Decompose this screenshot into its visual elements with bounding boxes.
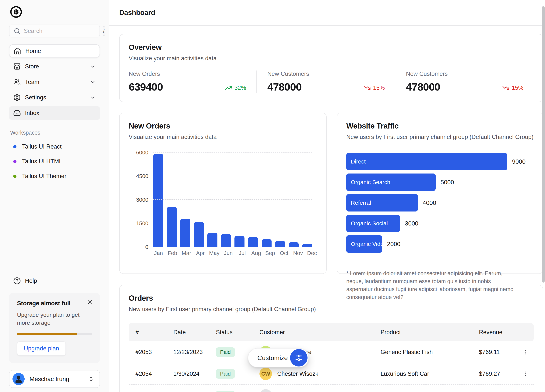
chart-plot-area	[153, 152, 312, 247]
traffic-bar-value: 3000	[405, 220, 418, 227]
trending-down-icon	[502, 84, 509, 91]
website-traffic-card: Website Traffic New users by First user …	[337, 113, 543, 274]
traffic-bar: Referral	[346, 194, 418, 211]
overview-subtitle: Visualize your main activities data	[129, 55, 534, 62]
storage-alert-description: Upgrade your plan to get more storage	[17, 311, 84, 327]
sidebar-nav: HomeStoreTeamSettingsInbox	[9, 44, 100, 120]
home-icon	[14, 47, 21, 55]
column-header-revenue: Revenue	[479, 329, 522, 336]
x-tick-label: Sep	[265, 250, 275, 256]
y-axis-labels: 01500300045006000	[129, 152, 148, 247]
y-tick-label: 0	[145, 244, 148, 250]
chart-bars	[153, 152, 312, 247]
traffic-bar-value: 4000	[423, 199, 436, 206]
order-id: #2054	[136, 370, 173, 377]
traffic-bar: Organic Search	[346, 174, 436, 191]
stat-new-customers: New Customers47800015%	[256, 71, 395, 93]
stat-delta: 32%	[225, 84, 246, 91]
stat-text: New Orders639400	[129, 71, 163, 93]
bar-sep	[262, 239, 272, 247]
page-header: Dashboard	[109, 0, 545, 26]
traffic-row-organic-search: Organic Search5000	[346, 174, 534, 191]
x-tick-label: Jan	[153, 250, 164, 256]
stat-delta-value: 15%	[373, 84, 385, 91]
traffic-bar-value: 9000	[512, 158, 526, 165]
customer-name: Chester Wisozk	[277, 370, 318, 377]
gridline	[153, 199, 312, 200]
customize-button[interactable]: Customize	[248, 348, 309, 368]
order-revenue: $769.27	[479, 370, 522, 377]
stat-delta-value: 32%	[235, 84, 246, 91]
store-icon	[13, 63, 21, 70]
dashboard-content: Overview Visualize your main activities …	[109, 26, 545, 392]
website-traffic-title: Website Traffic	[346, 122, 534, 130]
traffic-bar: Organic Social	[346, 215, 400, 232]
horizontal-bar-chart: Direct9000Organic Search5000Referral4000…	[346, 153, 534, 253]
new-orders-chart-card: New Orders Visualize your main activitie…	[119, 113, 327, 274]
order-revenue: $769.11	[479, 349, 522, 356]
traffic-bar-label: Organic Search	[351, 179, 390, 185]
help-label: Help	[25, 277, 37, 284]
x-tick-label: Jul	[237, 250, 248, 256]
overview-title: Overview	[129, 43, 534, 52]
sidebar-item-store[interactable]: Store	[9, 60, 100, 73]
stat-new-customers: New Customers47800015%	[395, 71, 534, 93]
stat-delta: 15%	[502, 84, 523, 91]
table-body: #205312/23/2023PaidCDCristina DareGeneri…	[129, 341, 534, 392]
upgrade-plan-button[interactable]: Upgrade plan	[17, 341, 66, 356]
sidebar-item-home[interactable]: Home	[9, 44, 100, 58]
gridline	[153, 223, 312, 223]
row-actions-menu-icon[interactable]	[522, 371, 538, 377]
sidebar: / HomeStoreTeamSettingsInbox Workspaces …	[0, 0, 109, 392]
workspace-item[interactable]: Tailus UI React	[9, 139, 100, 154]
search-box[interactable]: /	[9, 24, 100, 37]
column-header-date: Date	[173, 329, 216, 336]
traffic-bar-label: Referral	[351, 199, 371, 206]
bar-jan	[153, 154, 163, 247]
close-icon[interactable]	[87, 299, 93, 305]
user-menu[interactable]: Méschac Irung	[9, 370, 100, 388]
stat-delta-value: 15%	[512, 84, 523, 91]
traffic-bar-label: Organic Social	[351, 220, 388, 227]
workspace-label: Tailus UI HTML	[22, 158, 62, 165]
sidebar-item-team[interactable]: Team	[9, 75, 100, 89]
sidebar-item-settings[interactable]: Settings	[9, 91, 100, 104]
charts-row: New Orders Visualize your main activitie…	[119, 113, 543, 274]
window-scrollbar[interactable]	[542, 6, 545, 283]
search-input[interactable]	[24, 28, 99, 34]
bar-aug	[248, 237, 258, 247]
gridline	[153, 247, 312, 247]
y-tick-label: 3000	[136, 197, 148, 203]
x-tick-label: Nov	[293, 250, 303, 256]
gridline	[153, 152, 312, 152]
sidebar-item-help[interactable]: Help	[9, 275, 100, 287]
x-axis-labels: JanFebMarAprMayJunJulAugSepOctNovDec	[129, 250, 317, 256]
column-header-product: Product	[381, 329, 479, 336]
bar-oct	[275, 241, 285, 247]
traffic-row-organic-social: Organic Social3000	[346, 215, 534, 232]
column-header-customer: Customer	[260, 329, 381, 336]
order-id: #2053	[136, 349, 173, 356]
workspace-label: Tailus UI Themer	[22, 173, 66, 180]
bar-may	[207, 233, 217, 247]
sidebar-item-inbox[interactable]: Inbox	[9, 106, 100, 120]
chevron-down-icon	[90, 79, 96, 85]
website-traffic-subtitle: New users by First user primary channel …	[346, 134, 534, 140]
customer-cell: PKPaulette Kovacek	[260, 389, 381, 392]
workspace-item[interactable]: Tailus UI HTML	[9, 154, 100, 169]
settings-icon	[13, 94, 21, 101]
bar-jul	[235, 236, 244, 247]
traffic-bar-value: 2000	[387, 241, 400, 247]
workspace-item[interactable]: Tailus UI Themer	[9, 169, 100, 184]
main-area: Dashboard Overview Visualize your main a…	[109, 0, 545, 392]
orders-subtitle: New users by First user primary channel …	[129, 306, 534, 313]
app-logo-icon[interactable]	[10, 6, 22, 18]
customer-cell: CWChester Wisozk	[260, 368, 381, 380]
stat-text: New Customers478000	[406, 71, 448, 93]
status-badge: Paid	[216, 369, 235, 379]
traffic-row-direct: Direct9000	[346, 153, 534, 170]
table-header-row: #DateStatusCustomerProductRevenue	[129, 323, 534, 341]
x-tick-label: Apr	[195, 250, 205, 256]
row-actions-menu-icon[interactable]	[522, 349, 538, 355]
stat-label: New Customers	[267, 71, 309, 77]
